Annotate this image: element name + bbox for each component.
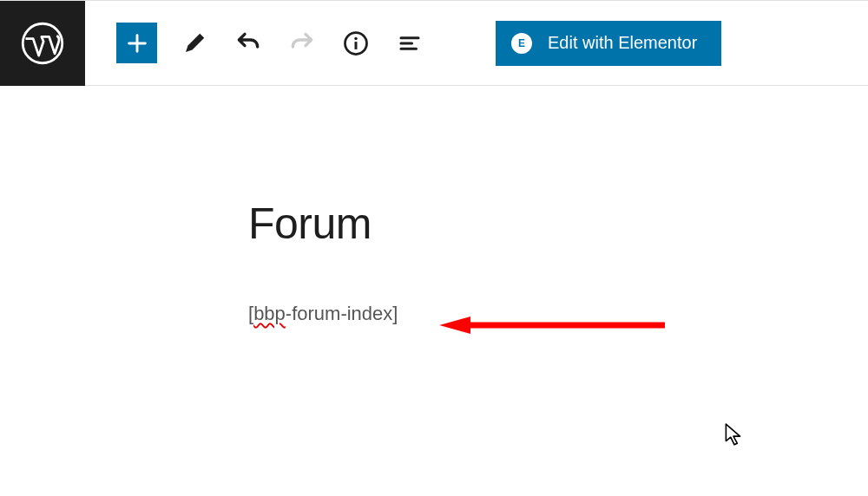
edit-mode-button[interactable] xyxy=(178,27,211,60)
undo-icon xyxy=(234,29,262,57)
wordpress-logo-icon xyxy=(20,21,65,66)
info-icon xyxy=(343,30,369,56)
shortcode-paragraph[interactable]: [bbp-forum-index] xyxy=(248,303,868,325)
pencil-icon xyxy=(181,30,207,56)
svg-rect-3 xyxy=(355,42,358,49)
outline-button[interactable] xyxy=(393,27,426,60)
svg-point-2 xyxy=(354,36,358,40)
cursor-pointer-icon xyxy=(724,422,743,447)
undo-button[interactable] xyxy=(232,27,265,60)
redo-icon xyxy=(288,29,316,57)
spellcheck-word: bbp xyxy=(253,303,286,324)
wordpress-logo-button[interactable] xyxy=(0,1,85,86)
edit-with-elementor-button[interactable]: E Edit with Elementor xyxy=(496,21,721,66)
info-button[interactable] xyxy=(339,27,372,60)
plus-icon xyxy=(125,31,149,55)
page-title[interactable]: Forum xyxy=(248,199,868,249)
add-block-button[interactable] xyxy=(116,23,157,63)
list-view-icon xyxy=(397,30,423,56)
redo-button[interactable] xyxy=(286,27,319,60)
editor-toolbar: E Edit with Elementor xyxy=(0,1,868,86)
elementor-button-label: Edit with Elementor xyxy=(548,33,697,53)
elementor-badge-icon: E xyxy=(511,33,532,54)
editor-content-area[interactable]: Forum [bbp-forum-index] xyxy=(0,86,868,325)
